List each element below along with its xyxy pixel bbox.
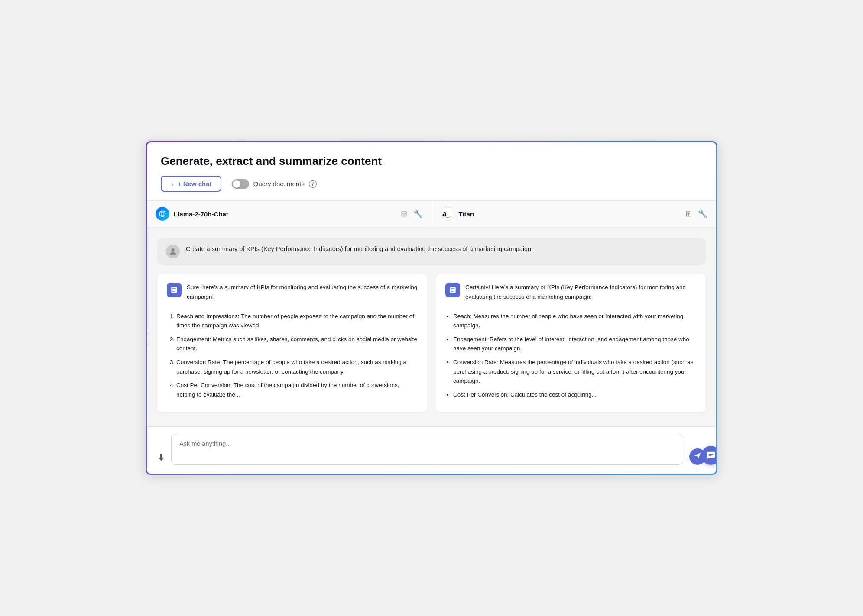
list-item: Conversion Rate: The percentage of peopl… (176, 358, 418, 376)
responses-grid: Sure, here's a summary of KPIs for monit… (157, 274, 706, 421)
download-icon[interactable]: ⬇ (157, 452, 165, 465)
new-chat-button[interactable]: + + New chat (161, 176, 221, 192)
query-docs-label: Query documents (253, 180, 305, 187)
list-item: Cost Per Conversion: Calculates the cost… (453, 390, 696, 400)
list-item: Reach: Measures the number of people who… (453, 312, 696, 330)
new-chat-label: + New chat (178, 180, 212, 187)
llama-response-intro: Sure, here's a summary of KPIs for monit… (187, 283, 418, 306)
titan-response-intro: Certainly! Here's a summary of KPIs (Key… (465, 283, 696, 306)
titan-response-header: Certainly! Here's a summary of KPIs (Key… (445, 283, 696, 306)
titan-wrench-icon[interactable]: 🔧 (698, 209, 707, 219)
header-toolbar: + + New chat Query documents i (161, 176, 702, 192)
list-item: Conversion Rate: Measures the percentage… (453, 358, 696, 386)
llama-response-header: Sure, here's a summary of KPIs for monit… (167, 283, 418, 306)
chat-input[interactable] (171, 434, 683, 465)
list-item: Engagement: Metrics such as likes, share… (176, 335, 418, 353)
llama-response-body: Reach and Impressions: The number of peo… (167, 312, 418, 400)
chat-area: Create a summary of KPIs (Key Performanc… (147, 227, 716, 426)
page-title: Generate, extract and summarize content (161, 155, 702, 168)
llama-ai-icon (167, 283, 182, 297)
llama-wrench-icon[interactable]: 🔧 (413, 209, 423, 219)
query-docs-area: Query documents i (232, 179, 317, 189)
list-item: Cost Per Conversion: The cost of the cam… (176, 381, 418, 399)
llama-tab-actions: ⊞ 🔧 (401, 209, 423, 219)
llama-model-name: Llama-2-70b-Chat (174, 210, 396, 218)
meta-icon (156, 207, 169, 221)
header: Generate, extract and summarize content … (147, 142, 716, 201)
plus-icon: + (170, 180, 174, 187)
svg-marker-1 (451, 216, 451, 218)
tab-llama[interactable]: Llama-2-70b-Chat ⊞ 🔧 (147, 201, 432, 227)
user-avatar (166, 245, 180, 258)
llama-settings-icon[interactable]: ⊞ (401, 209, 407, 219)
query-docs-toggle[interactable] (232, 179, 249, 189)
model-tabs: Llama-2-70b-Chat ⊞ 🔧 a Titan ⊞ � (147, 201, 716, 227)
input-area: ⬇ (147, 426, 716, 474)
app-wrapper: Generate, extract and summarize content … (146, 141, 717, 475)
user-message-text: Create a summary of KPIs (Key Performanc… (186, 245, 533, 254)
amazon-icon: a (441, 207, 454, 221)
titan-response-card: Certainly! Here's a summary of KPIs (Key… (436, 274, 706, 412)
titan-tab-actions: ⊞ 🔧 (685, 209, 707, 219)
tab-titan[interactable]: a Titan ⊞ 🔧 (432, 201, 717, 227)
list-item: Engagement: Refers to the level of inter… (453, 335, 696, 353)
list-item: Reach and Impressions: The number of peo… (176, 312, 418, 330)
titan-ai-icon (445, 283, 460, 297)
titan-response-body: Reach: Measures the number of people who… (445, 312, 696, 400)
user-message: Create a summary of KPIs (Key Performanc… (157, 238, 706, 265)
titan-model-name: Titan (459, 210, 681, 218)
llama-response-card: Sure, here's a summary of KPIs for monit… (157, 274, 427, 412)
titan-settings-icon[interactable]: ⊞ (685, 209, 692, 219)
info-icon[interactable]: i (309, 180, 317, 188)
app-container: Generate, extract and summarize content … (147, 142, 716, 474)
